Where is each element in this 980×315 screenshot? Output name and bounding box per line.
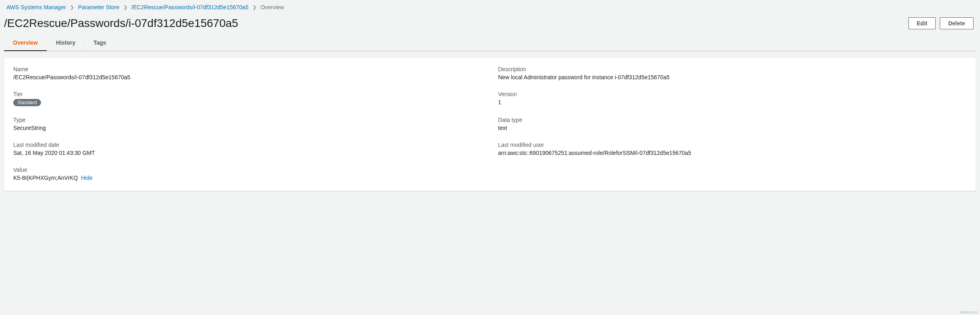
- overview-panel: Name /EC2Rescue/Passwords/i-07df312d5e15…: [4, 58, 976, 191]
- field-label-tier: Tier: [13, 91, 482, 97]
- field-datatype: Data type text: [498, 117, 967, 131]
- tab-tags[interactable]: Tags: [84, 35, 115, 51]
- field-tier: Tier Standard: [13, 91, 482, 106]
- field-value-description: New local Administrator password for ins…: [498, 74, 967, 80]
- breadcrumb-link-systems-manager[interactable]: AWS Systems Manager: [6, 4, 66, 10]
- field-value-name: /EC2Rescue/Passwords/i-07df312d5e15670a5: [13, 74, 482, 80]
- page-header: /EC2Rescue/Passwords/i-07df312d5e15670a5…: [0, 14, 980, 35]
- parameter-value-text: K5-8I(KPHXGym;AnVrKQ: [13, 175, 78, 181]
- chevron-right-icon: ❯: [70, 4, 74, 10]
- chevron-right-icon: ❯: [123, 4, 127, 10]
- field-label-description: Description: [498, 66, 967, 72]
- field-version: Version 1: [498, 91, 967, 106]
- tier-badge: Standard: [13, 99, 41, 106]
- breadcrumb-link-parameter[interactable]: /EC2Rescue/Passwords/i-07df312d5e15670a5: [131, 4, 249, 10]
- delete-button[interactable]: Delete: [940, 17, 974, 29]
- field-value-value: K5-8I(KPHXGym;AnVrKQ Hide: [13, 175, 482, 181]
- edit-button[interactable]: Edit: [908, 17, 936, 29]
- breadcrumb: AWS Systems Manager ❯ Parameter Store ❯ …: [0, 0, 980, 14]
- field-label-version: Version: [498, 91, 967, 97]
- field-value-tier: Standard: [13, 99, 482, 106]
- field-last-modified-date: Last modified date Sat, 16 May 2020 01:4…: [13, 142, 482, 156]
- field-last-modified-user: Last modified user arn:aws:sts::69019067…: [498, 142, 967, 156]
- field-description: Description New local Administrator pass…: [498, 66, 967, 80]
- field-label-last-modified-user: Last modified user: [498, 142, 967, 148]
- field-value-datatype: text: [498, 125, 967, 131]
- field-label-name: Name: [13, 66, 482, 72]
- breadcrumb-link-parameter-store[interactable]: Parameter Store: [78, 4, 119, 10]
- field-label-last-modified-date: Last modified date: [13, 142, 482, 148]
- field-type: Type SecureString: [13, 117, 482, 131]
- field-value-last-modified-user: arn:aws:sts::690190675251:assumed-role/R…: [498, 150, 967, 156]
- tab-history[interactable]: History: [47, 35, 84, 51]
- field-name: Name /EC2Rescue/Passwords/i-07df312d5e15…: [13, 66, 482, 80]
- field-value-version: 1: [498, 99, 967, 105]
- chevron-right-icon: ❯: [253, 4, 257, 10]
- field-label-type: Type: [13, 117, 482, 123]
- page-title: /EC2Rescue/Passwords/i-07df312d5e15670a5: [4, 17, 238, 30]
- breadcrumb-current: Overview: [261, 4, 284, 10]
- tab-overview[interactable]: Overview: [4, 35, 47, 51]
- field-label-datatype: Data type: [498, 117, 967, 123]
- field-label-value: Value: [13, 167, 482, 173]
- header-actions: Edit Delete: [908, 17, 974, 29]
- hide-value-link[interactable]: Hide: [81, 175, 92, 181]
- field-value: Value K5-8I(KPHXGym;AnVrKQ Hide: [13, 167, 482, 181]
- tabs: Overview History Tags: [4, 35, 976, 51]
- field-value-type: SecureString: [13, 125, 482, 131]
- field-value-last-modified-date: Sat, 16 May 2020 01:43:30 GMT: [13, 150, 482, 156]
